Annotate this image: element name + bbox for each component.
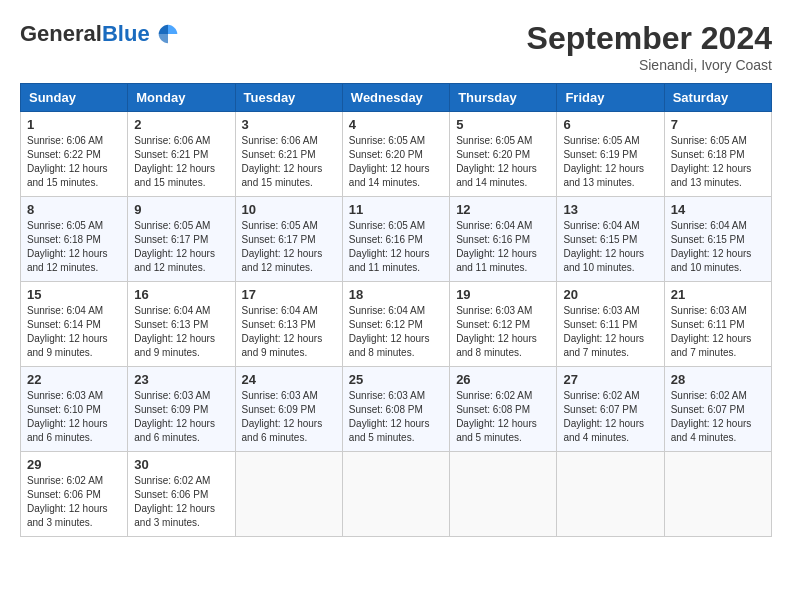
day-number: 10 — [242, 202, 336, 217]
day-number: 11 — [349, 202, 443, 217]
day-number: 19 — [456, 287, 550, 302]
calendar-header-row: SundayMondayTuesdayWednesdayThursdayFrid… — [21, 84, 772, 112]
day-info: Sunrise: 6:04 AMSunset: 6:13 PMDaylight:… — [134, 304, 228, 360]
day-number: 5 — [456, 117, 550, 132]
day-info: Sunrise: 6:04 AMSunset: 6:15 PMDaylight:… — [563, 219, 657, 275]
calendar-cell: 7Sunrise: 6:05 AMSunset: 6:18 PMDaylight… — [664, 112, 771, 197]
calendar-cell: 30Sunrise: 6:02 AMSunset: 6:06 PMDayligh… — [128, 452, 235, 537]
day-info: Sunrise: 6:02 AMSunset: 6:06 PMDaylight:… — [134, 474, 228, 530]
calendar-cell — [664, 452, 771, 537]
calendar-cell: 3Sunrise: 6:06 AMSunset: 6:21 PMDaylight… — [235, 112, 342, 197]
day-number: 12 — [456, 202, 550, 217]
calendar-table: SundayMondayTuesdayWednesdayThursdayFrid… — [20, 83, 772, 537]
calendar-cell: 22Sunrise: 6:03 AMSunset: 6:10 PMDayligh… — [21, 367, 128, 452]
day-info: Sunrise: 6:05 AMSunset: 6:20 PMDaylight:… — [456, 134, 550, 190]
day-info: Sunrise: 6:03 AMSunset: 6:09 PMDaylight:… — [134, 389, 228, 445]
col-header-sunday: Sunday — [21, 84, 128, 112]
day-number: 7 — [671, 117, 765, 132]
day-number: 28 — [671, 372, 765, 387]
col-header-monday: Monday — [128, 84, 235, 112]
week-row-1: 1Sunrise: 6:06 AMSunset: 6:22 PMDaylight… — [21, 112, 772, 197]
week-row-4: 22Sunrise: 6:03 AMSunset: 6:10 PMDayligh… — [21, 367, 772, 452]
day-info: Sunrise: 6:03 AMSunset: 6:09 PMDaylight:… — [242, 389, 336, 445]
day-number: 13 — [563, 202, 657, 217]
location-subtitle: Sienandi, Ivory Coast — [527, 57, 772, 73]
week-row-5: 29Sunrise: 6:02 AMSunset: 6:06 PMDayligh… — [21, 452, 772, 537]
day-number: 4 — [349, 117, 443, 132]
day-info: Sunrise: 6:04 AMSunset: 6:12 PMDaylight:… — [349, 304, 443, 360]
day-info: Sunrise: 6:02 AMSunset: 6:07 PMDaylight:… — [671, 389, 765, 445]
title-area: September 2024 Sienandi, Ivory Coast — [527, 20, 772, 73]
calendar-cell — [235, 452, 342, 537]
day-number: 14 — [671, 202, 765, 217]
day-number: 1 — [27, 117, 121, 132]
calendar-cell: 4Sunrise: 6:05 AMSunset: 6:20 PMDaylight… — [342, 112, 449, 197]
calendar-cell: 9Sunrise: 6:05 AMSunset: 6:17 PMDaylight… — [128, 197, 235, 282]
week-row-3: 15Sunrise: 6:04 AMSunset: 6:14 PMDayligh… — [21, 282, 772, 367]
calendar-cell: 16Sunrise: 6:04 AMSunset: 6:13 PMDayligh… — [128, 282, 235, 367]
day-number: 27 — [563, 372, 657, 387]
calendar-cell: 8Sunrise: 6:05 AMSunset: 6:18 PMDaylight… — [21, 197, 128, 282]
day-number: 23 — [134, 372, 228, 387]
calendar-cell: 5Sunrise: 6:05 AMSunset: 6:20 PMDaylight… — [450, 112, 557, 197]
day-number: 24 — [242, 372, 336, 387]
col-header-thursday: Thursday — [450, 84, 557, 112]
calendar-cell: 11Sunrise: 6:05 AMSunset: 6:16 PMDayligh… — [342, 197, 449, 282]
calendar-cell: 27Sunrise: 6:02 AMSunset: 6:07 PMDayligh… — [557, 367, 664, 452]
day-info: Sunrise: 6:03 AMSunset: 6:11 PMDaylight:… — [563, 304, 657, 360]
day-info: Sunrise: 6:06 AMSunset: 6:21 PMDaylight:… — [134, 134, 228, 190]
day-number: 21 — [671, 287, 765, 302]
day-info: Sunrise: 6:04 AMSunset: 6:16 PMDaylight:… — [456, 219, 550, 275]
logo-text: GeneralBlue — [20, 20, 182, 48]
calendar-cell: 15Sunrise: 6:04 AMSunset: 6:14 PMDayligh… — [21, 282, 128, 367]
calendar-cell: 21Sunrise: 6:03 AMSunset: 6:11 PMDayligh… — [664, 282, 771, 367]
col-header-saturday: Saturday — [664, 84, 771, 112]
day-info: Sunrise: 6:04 AMSunset: 6:15 PMDaylight:… — [671, 219, 765, 275]
calendar-cell: 25Sunrise: 6:03 AMSunset: 6:08 PMDayligh… — [342, 367, 449, 452]
calendar-cell: 13Sunrise: 6:04 AMSunset: 6:15 PMDayligh… — [557, 197, 664, 282]
calendar-cell — [450, 452, 557, 537]
calendar-cell: 28Sunrise: 6:02 AMSunset: 6:07 PMDayligh… — [664, 367, 771, 452]
day-number: 18 — [349, 287, 443, 302]
day-info: Sunrise: 6:03 AMSunset: 6:11 PMDaylight:… — [671, 304, 765, 360]
calendar-cell: 6Sunrise: 6:05 AMSunset: 6:19 PMDaylight… — [557, 112, 664, 197]
day-info: Sunrise: 6:04 AMSunset: 6:14 PMDaylight:… — [27, 304, 121, 360]
day-info: Sunrise: 6:03 AMSunset: 6:08 PMDaylight:… — [349, 389, 443, 445]
logo-icon — [154, 20, 182, 48]
day-number: 26 — [456, 372, 550, 387]
day-info: Sunrise: 6:05 AMSunset: 6:18 PMDaylight:… — [27, 219, 121, 275]
day-number: 6 — [563, 117, 657, 132]
day-info: Sunrise: 6:03 AMSunset: 6:12 PMDaylight:… — [456, 304, 550, 360]
day-info: Sunrise: 6:02 AMSunset: 6:06 PMDaylight:… — [27, 474, 121, 530]
week-row-2: 8Sunrise: 6:05 AMSunset: 6:18 PMDaylight… — [21, 197, 772, 282]
col-header-friday: Friday — [557, 84, 664, 112]
calendar-cell: 12Sunrise: 6:04 AMSunset: 6:16 PMDayligh… — [450, 197, 557, 282]
day-info: Sunrise: 6:05 AMSunset: 6:19 PMDaylight:… — [563, 134, 657, 190]
day-info: Sunrise: 6:05 AMSunset: 6:20 PMDaylight:… — [349, 134, 443, 190]
calendar-cell: 18Sunrise: 6:04 AMSunset: 6:12 PMDayligh… — [342, 282, 449, 367]
day-number: 8 — [27, 202, 121, 217]
calendar-cell: 23Sunrise: 6:03 AMSunset: 6:09 PMDayligh… — [128, 367, 235, 452]
page-header: GeneralBlue September 2024 Sienandi, Ivo… — [20, 20, 772, 73]
day-number: 15 — [27, 287, 121, 302]
day-number: 3 — [242, 117, 336, 132]
day-number: 17 — [242, 287, 336, 302]
day-info: Sunrise: 6:06 AMSunset: 6:21 PMDaylight:… — [242, 134, 336, 190]
calendar-cell: 20Sunrise: 6:03 AMSunset: 6:11 PMDayligh… — [557, 282, 664, 367]
col-header-tuesday: Tuesday — [235, 84, 342, 112]
calendar-cell: 14Sunrise: 6:04 AMSunset: 6:15 PMDayligh… — [664, 197, 771, 282]
calendar-cell: 10Sunrise: 6:05 AMSunset: 6:17 PMDayligh… — [235, 197, 342, 282]
day-info: Sunrise: 6:02 AMSunset: 6:08 PMDaylight:… — [456, 389, 550, 445]
day-number: 25 — [349, 372, 443, 387]
day-number: 9 — [134, 202, 228, 217]
logo-general: GeneralBlue — [20, 21, 150, 47]
calendar-cell — [342, 452, 449, 537]
day-info: Sunrise: 6:05 AMSunset: 6:16 PMDaylight:… — [349, 219, 443, 275]
day-number: 22 — [27, 372, 121, 387]
day-info: Sunrise: 6:05 AMSunset: 6:17 PMDaylight:… — [134, 219, 228, 275]
day-number: 20 — [563, 287, 657, 302]
calendar-cell: 26Sunrise: 6:02 AMSunset: 6:08 PMDayligh… — [450, 367, 557, 452]
calendar-cell: 24Sunrise: 6:03 AMSunset: 6:09 PMDayligh… — [235, 367, 342, 452]
calendar-cell: 17Sunrise: 6:04 AMSunset: 6:13 PMDayligh… — [235, 282, 342, 367]
day-info: Sunrise: 6:04 AMSunset: 6:13 PMDaylight:… — [242, 304, 336, 360]
